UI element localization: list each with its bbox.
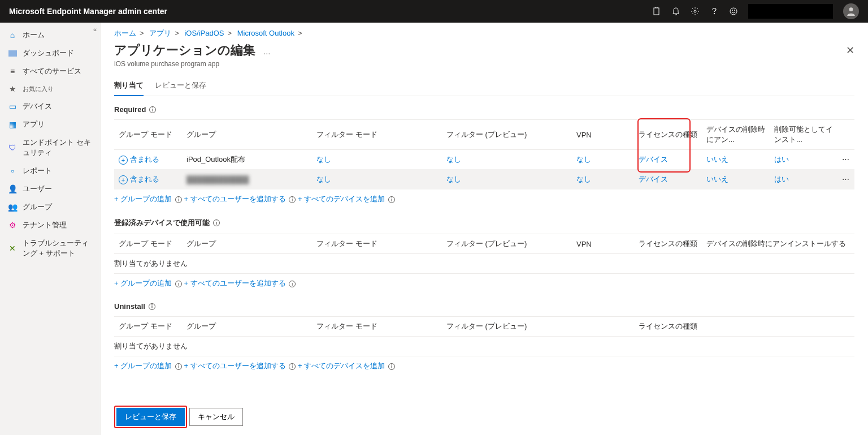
reports-icon: ▫ [8, 166, 17, 175]
info-icon[interactable]: i [175, 281, 182, 287]
add-group-link[interactable]: + グループの追加 [114, 361, 172, 370]
tab-review-save[interactable]: レビューと保存 [155, 76, 206, 96]
add-all-users-link[interactable]: + すべてのユーザーを追加する [184, 279, 285, 287]
dashboard-icon [8, 49, 17, 58]
shield-icon: 🛡 [8, 143, 17, 152]
info-icon[interactable]: i [388, 196, 395, 203]
star-icon: ★ [8, 84, 17, 93]
info-icon[interactable]: i [289, 281, 296, 287]
row-menu-icon[interactable]: ⋯ [837, 150, 854, 170]
topbar-actions [652, 3, 859, 19]
clipboard-icon[interactable] [652, 7, 661, 16]
uninstall-links: + グループの追加 i + すべてのユーザーを追加する i + すべてのデバイス… [114, 361, 854, 371]
uninstall-empty: 割り当てがありません [114, 337, 854, 356]
add-all-users-link[interactable]: + すべてのユーザーを追加する [184, 361, 285, 370]
gear-icon[interactable] [691, 7, 700, 16]
breadcrumb: ホーム> アプリ> iOS/iPadOS> Microsoft Outlook> [114, 28, 854, 38]
sidebar-item-devices[interactable]: ▭デバイス [0, 97, 100, 115]
top-bar: Microsoft Endpoint Manager admin center [0, 0, 868, 23]
table-row[interactable]: +含まれる ████████████ なし なし なし デバイス いいえ はい … [114, 170, 854, 189]
devices-icon: ▭ [8, 102, 17, 111]
sidebar-item-all-services[interactable]: ≡すべてのサービス [0, 62, 100, 80]
avatar[interactable] [843, 3, 859, 19]
page-subtitle: iOS volume purchase program app [114, 60, 854, 68]
breadcrumb-outlook[interactable]: Microsoft Outlook [237, 29, 294, 37]
sidebar-item-tenant[interactable]: ⚙テナント管理 [0, 216, 100, 234]
cancel-button[interactable]: キャンセル [189, 408, 243, 426]
users-icon: 👤 [8, 184, 17, 193]
info-icon[interactable]: i [289, 196, 296, 203]
table-row[interactable]: +含まれる iPod_Outlook配布 なし なし なし デバイス いいえ は… [114, 150, 854, 170]
tenant-icon: ⚙ [8, 221, 17, 230]
required-table: グループ モード グループ フィルター モード フィルター (プレビュー) VP… [114, 119, 854, 189]
breadcrumb-home[interactable]: ホーム [114, 29, 136, 37]
sidebar-item-home[interactable]: ⌂ホーム [0, 26, 100, 44]
uninstall-table: グループ モード グループ フィルター モード フィルター (プレビュー) ライ… [114, 316, 854, 337]
apps-icon: ▦ [8, 120, 17, 129]
sidebar-item-dashboard[interactable]: ダッシュボード [0, 44, 100, 62]
review-save-button[interactable]: レビューと保存 [116, 408, 185, 426]
available-links: + グループの追加 i + すべてのユーザーを追加する i [114, 278, 854, 288]
groups-icon: 👥 [8, 203, 17, 212]
home-icon: ⌂ [8, 31, 17, 40]
info-icon[interactable]: i [175, 196, 182, 203]
svg-rect-0 [654, 8, 659, 15]
add-all-devices-link[interactable]: + すべてのデバイスを追加 [298, 195, 385, 203]
page-title: アプリケーションの編集 [114, 43, 255, 57]
title-ellipsis[interactable]: … [263, 48, 271, 56]
sidebar-item-favorites[interactable]: ★お気に入り [0, 80, 100, 97]
available-empty: 割り当てがありません [114, 254, 854, 274]
plus-circle-icon[interactable]: + [119, 175, 128, 184]
sidebar-item-troubleshoot[interactable]: ✕トラブルシューティング + サポート [0, 234, 100, 262]
breadcrumb-ios[interactable]: iOS/iPadOS [184, 29, 224, 37]
section-uninstall-title: Uninstall i [114, 302, 854, 311]
svg-point-1 [694, 10, 696, 12]
footer-bar: レビューと保存 キャンセル [101, 399, 868, 435]
add-all-devices-link[interactable]: + すべてのデバイスを追加 [298, 361, 385, 370]
add-all-users-link[interactable]: + すべてのユーザーを追加する [184, 195, 285, 203]
account-area[interactable] [748, 4, 833, 19]
main-content: ホーム> アプリ> iOS/iPadOS> Microsoft Outlook>… [101, 23, 868, 435]
info-icon[interactable]: i [149, 303, 155, 310]
tabs: 割り当て レビューと保存 [114, 76, 854, 96]
required-links: + グループの追加 i + すべてのユーザーを追加する i + すべてのデバイス… [114, 194, 854, 204]
sidebar: « ⌂ホーム ダッシュボード ≡すべてのサービス ★お気に入り ▭デバイス ▦ア… [0, 23, 101, 435]
sidebar-item-groups[interactable]: 👥グループ [0, 198, 100, 216]
tools-icon: ✕ [8, 244, 17, 253]
bell-icon[interactable] [671, 7, 680, 16]
info-icon[interactable]: i [388, 363, 395, 370]
info-icon[interactable]: i [213, 219, 220, 226]
plus-circle-icon[interactable]: + [119, 156, 128, 165]
breadcrumb-apps[interactable]: アプリ [149, 29, 171, 37]
smile-icon[interactable] [729, 7, 738, 16]
available-table: グループ モード グループ フィルター モード フィルター (プレビュー) VP… [114, 234, 854, 254]
tab-assignments[interactable]: 割り当て [114, 76, 144, 96]
section-required-title: Required i [114, 105, 854, 114]
sidebar-item-apps[interactable]: ▦アプリ [0, 115, 100, 133]
help-icon[interactable] [710, 7, 719, 16]
sidebar-item-endpoint-security[interactable]: 🛡エンドポイント セキュリティ [0, 133, 100, 162]
row-menu-icon[interactable]: ⋯ [837, 170, 854, 189]
close-icon[interactable]: ✕ [846, 44, 854, 57]
app-title: Microsoft Endpoint Manager admin center [9, 7, 167, 16]
sidebar-item-users[interactable]: 👤ユーザー [0, 180, 100, 198]
collapse-sidebar-icon[interactable]: « [93, 26, 97, 33]
svg-point-5 [734, 10, 735, 10]
info-icon[interactable]: i [149, 106, 156, 113]
svg-point-2 [714, 13, 714, 14]
info-icon[interactable]: i [175, 363, 182, 370]
info-icon[interactable]: i [289, 363, 296, 370]
svg-point-6 [849, 7, 853, 11]
svg-point-3 [730, 8, 737, 15]
svg-point-4 [732, 10, 732, 10]
add-group-link[interactable]: + グループの追加 [114, 195, 172, 203]
list-icon: ≡ [8, 67, 17, 76]
section-available-title: 登録済みデバイスで使用可能 i [114, 218, 854, 228]
add-group-link[interactable]: + グループの追加 [114, 279, 172, 287]
sidebar-item-reports[interactable]: ▫レポート [0, 162, 100, 180]
